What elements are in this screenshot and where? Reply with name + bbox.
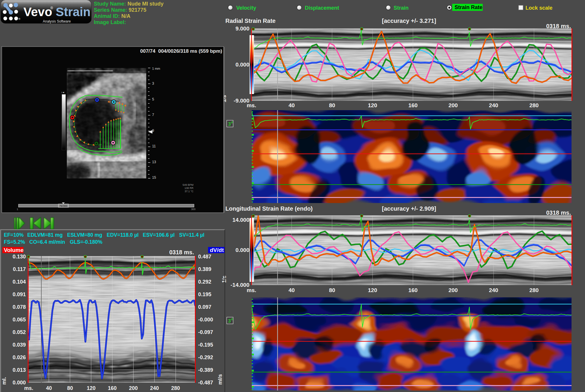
svg-text:I◄: I◄ (62, 91, 64, 94)
svg-text:9.000: 9.000 (235, 25, 249, 32)
svg-text:ESV=106.6 µl: ESV=106.6 µl (143, 232, 175, 238)
svg-text:80: 80 (329, 102, 335, 108)
svg-text:ms.: ms. (247, 287, 256, 293)
svg-text:Displacement: Displacement (305, 5, 339, 11)
svg-text:[accuracy +/- 3.271]: [accuracy +/- 3.271] (382, 18, 436, 24)
svg-text:200: 200 (129, 385, 138, 391)
svg-text:Lock scale: Lock scale (526, 5, 552, 11)
svg-text:200: 200 (448, 287, 458, 293)
svg-text:Study Name: Nude MI study: Study Name: Nude MI study (94, 1, 164, 7)
svg-text:Image Label:: Image Label: (94, 19, 126, 25)
svg-text:14.000: 14.000 (232, 217, 249, 223)
svg-text:5: 5 (152, 97, 154, 101)
svg-text:549 BPM: 549 BPM (183, 183, 193, 186)
svg-text:®: ® (18, 18, 21, 21)
svg-text:-0.292: -0.292 (198, 354, 213, 360)
svg-text:11: 11 (152, 144, 156, 148)
svg-text:0.104: 0.104 (13, 279, 26, 285)
svg-text:0.013: 0.013 (13, 367, 26, 373)
svg-text:120: 120 (368, 287, 377, 293)
svg-text:15: 15 (152, 175, 156, 180)
svg-text:0.026: 0.026 (13, 354, 26, 360)
svg-text:0.000: 0.000 (13, 380, 26, 386)
svg-text:ml.: ml. (1, 377, 7, 385)
svg-text:0.091: 0.091 (13, 292, 26, 297)
svg-text:GLS=-0.180%: GLS=-0.180% (70, 239, 103, 245)
svg-text:-0.389: -0.389 (198, 367, 213, 373)
svg-text:®: ® (50, 6, 53, 10)
svg-text:Analysis Software: Analysis Software (43, 19, 71, 23)
svg-text:37.1 °C: 37.1 °C (185, 190, 194, 193)
svg-text:240: 240 (489, 287, 498, 293)
svg-text:0.195: 0.195 (198, 292, 211, 297)
svg-text:280: 280 (529, 102, 539, 108)
svg-text:Strain: Strain (394, 5, 409, 11)
svg-text:0.000: 0.000 (235, 62, 249, 68)
svg-text:ms.: ms. (247, 102, 256, 108)
svg-text:3: 3 (228, 121, 231, 127)
svg-text:0.487: 0.487 (198, 254, 211, 260)
svg-text:13: 13 (152, 160, 156, 164)
svg-text:9: 9 (152, 129, 154, 133)
svg-text:SV=11.4 µl: SV=11.4 µl (179, 232, 204, 238)
svg-text:0318 ms.: 0318 ms. (546, 23, 571, 29)
svg-text:76/300: 76/300 (59, 204, 67, 207)
svg-text:0.078: 0.078 (13, 304, 26, 310)
svg-text:0.097: 0.097 (198, 304, 211, 310)
svg-text:160: 160 (108, 385, 117, 391)
svg-text:EDV=118.0 µl: EDV=118.0 µl (107, 232, 139, 238)
svg-text:EF=10%: EF=10% (4, 232, 24, 238)
svg-text:120: 120 (368, 102, 377, 108)
svg-text:280: 280 (171, 385, 180, 391)
svg-text:138 RR: 138 RR (184, 187, 193, 190)
svg-text:80: 80 (329, 287, 335, 293)
svg-text:EDLVM=81 mg: EDLVM=81 mg (27, 232, 63, 238)
svg-text:Radial Strain Rate: Radial Strain Rate (225, 18, 276, 24)
svg-text:Animal ID: N/A: Animal ID: N/A (94, 13, 130, 19)
svg-text:0.117: 0.117 (13, 266, 26, 272)
svg-text:Longitudinal Strain Rate (e: Longitudinal Strain Rate (endo) (225, 205, 313, 212)
svg-text:280: 280 (529, 287, 539, 293)
svg-text:40: 40 (288, 287, 295, 293)
svg-text:Strain Rate: Strain Rate (455, 4, 482, 10)
svg-text:0318 ms.: 0318 ms. (169, 249, 194, 255)
svg-text:120: 120 (87, 385, 96, 391)
svg-text:Volume: Volume (4, 247, 23, 253)
svg-text:Velocity: Velocity (236, 5, 256, 11)
svg-text:0.130: 0.130 (13, 254, 26, 260)
svg-text:0.065: 0.065 (13, 317, 26, 323)
svg-text:1 mm: 1 mm (152, 67, 160, 70)
svg-text:0.052: 0.052 (13, 329, 26, 335)
svg-text:3: 3 (152, 81, 154, 86)
svg-text:FS=5.2%: FS=5.2% (4, 239, 25, 245)
svg-text:0.389: 0.389 (198, 266, 211, 272)
svg-text:ml/s: ml/s (217, 374, 223, 385)
svg-text:0.000: 0.000 (235, 247, 249, 253)
svg-text:ESLVM=80 mg: ESLVM=80 mg (67, 232, 102, 238)
svg-text:Vevo: Vevo (23, 5, 52, 19)
svg-text:-0.487: -0.487 (198, 380, 213, 386)
svg-text:CO=6.4 ml/min: CO=6.4 ml/min (29, 239, 65, 245)
svg-text:d: d (231, 121, 233, 124)
svg-text:200: 200 (448, 102, 458, 108)
svg-text:160: 160 (408, 102, 418, 108)
svg-text:-0.000: -0.000 (198, 317, 213, 323)
svg-text:0318 ms.: 0318 ms. (546, 209, 571, 216)
svg-text:0.039: 0.039 (13, 342, 26, 348)
svg-text:1: 1 (17, 208, 18, 211)
svg-text:40: 40 (288, 102, 295, 108)
svg-text:80: 80 (67, 385, 73, 391)
svg-text:0.292: 0.292 (198, 279, 211, 285)
svg-text:-0.195: -0.195 (198, 342, 213, 348)
svg-text:300: 300 (191, 208, 195, 211)
svg-text:240: 240 (489, 102, 498, 108)
svg-text:160: 160 (408, 287, 418, 293)
svg-text:3: 3 (228, 318, 231, 324)
svg-text:[accuracy +/- 2.909]: [accuracy +/- 2.909] (382, 205, 436, 212)
svg-text:Strain: Strain (56, 5, 91, 19)
svg-text:-0.097: -0.097 (198, 329, 213, 335)
svg-text:007/74 004/0026/318 ms (559 b: 007/74 004/0026/318 ms (559 bpm) (140, 48, 222, 54)
svg-text:240: 240 (150, 385, 159, 391)
svg-text:40: 40 (46, 385, 52, 391)
svg-text:Series Name: 921775: Series Name: 921775 (94, 7, 146, 13)
